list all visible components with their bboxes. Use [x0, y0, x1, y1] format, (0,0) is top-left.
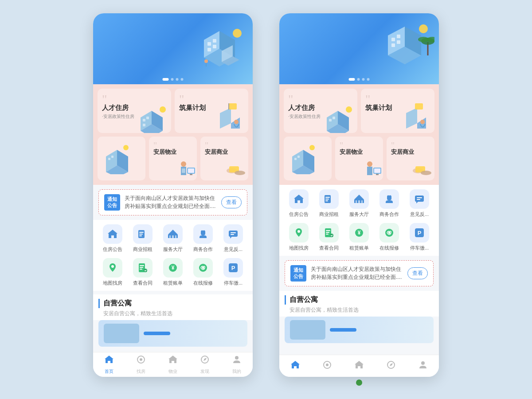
icon-online-repair-1[interactable]: 在线报修 — [189, 258, 217, 286]
map-find-label-2: 地图找房 — [289, 245, 309, 251]
nav-find-2[interactable] — [322, 360, 332, 372]
svg-rect-3 — [207, 42, 211, 46]
icon-housing-notice-2[interactable]: 住房公告 — [285, 189, 313, 218]
nav-home-1[interactable]: 首页 — [104, 355, 114, 375]
phone2-wrapper: " 人才住房 ·安居政策性住房 " 筑巢计划 — [279, 13, 439, 386]
svg-point-23 — [234, 120, 239, 124]
view-contract-icon-2 — [319, 223, 339, 243]
svg-rect-97 — [374, 168, 380, 173]
nest-plan-card-2[interactable]: " 筑巢计划 — [361, 89, 434, 133]
view-contract-icon-1 — [133, 258, 153, 278]
icon-rent-bill-1[interactable]: ¥ 租赁账单 — [159, 258, 187, 286]
nav-discover-1[interactable]: 发现 — [200, 355, 210, 375]
notice-view-btn-2[interactable]: 查看 — [407, 267, 428, 279]
anjv-commerce-card-1[interactable]: " 安居商业 — [200, 137, 248, 180]
nav-mine-label-1: 我的 — [232, 368, 241, 375]
banner-illustration-1 — [191, 18, 248, 75]
nav-find-1[interactable]: 找房 — [136, 355, 146, 375]
talent-housing-card-2[interactable]: " 人才住房 ·安居政策性住房 — [284, 89, 357, 133]
icon-map-find-2[interactable]: 地图找房 — [285, 223, 313, 251]
icon-service-hall-1[interactable]: 服务大厅 — [159, 224, 187, 253]
svg-point-74 — [419, 24, 428, 33]
icon-business-coop-2[interactable]: 商务合作 — [375, 189, 403, 218]
icon-feedback-2[interactable]: 意见反... — [405, 189, 434, 218]
icon-business-coop-1[interactable]: 商务合作 — [189, 224, 217, 253]
online-repair-icon-1 — [193, 258, 213, 278]
building-image-card-1[interactable] — [98, 137, 145, 180]
icon-view-contract-1[interactable]: 查看合同 — [129, 258, 157, 286]
svg-rect-41 — [139, 235, 142, 236]
svg-rect-93 — [297, 156, 300, 158]
icon-online-repair-2[interactable]: 在线报修 — [375, 223, 403, 251]
apt-thumbnail-1 — [104, 324, 139, 343]
svg-rect-103 — [325, 197, 330, 198]
scroll-content-1[interactable]: " 人才住房 ·安居政策性住房 " 筑巢计划 — [93, 84, 253, 352]
nav-discover-2[interactable] — [386, 360, 396, 372]
apartment-card-placeholder-2[interactable] — [285, 317, 434, 343]
svg-rect-27 — [108, 158, 110, 160]
apartment-card-placeholder-1[interactable] — [98, 320, 247, 347]
icon-commerce-rent-2[interactable]: 商业招租 — [315, 189, 343, 218]
svg-rect-6 — [213, 45, 216, 48]
nest-plan-card-1[interactable]: " 筑巢计划 — [175, 89, 248, 133]
svg-point-95 — [367, 161, 372, 167]
section-title-2: 自营公寓 — [285, 295, 434, 305]
indicator-dot-2 — [356, 379, 362, 386]
svg-point-101 — [421, 171, 431, 175]
icon-view-contract-2[interactable]: 查看合同 — [315, 223, 343, 251]
anjv-property-card-1[interactable]: " 安居物业 — [149, 137, 197, 180]
banner-illustration-2 — [377, 18, 434, 75]
nav-property-2[interactable] — [354, 360, 364, 372]
property-illust-1 — [174, 160, 196, 180]
icon-rent-bill-2[interactable]: ¥ 租赁账单 — [345, 223, 373, 251]
svg-rect-72 — [391, 43, 395, 47]
icon-parking-1[interactable]: P 停车缴... — [219, 258, 247, 286]
svg-point-51 — [111, 265, 114, 268]
nav-property-1[interactable]: 物业 — [168, 355, 178, 375]
notice-view-btn-1[interactable]: 查看 — [221, 196, 242, 208]
svg-rect-55 — [140, 269, 142, 270]
scroll-content-2[interactable]: " 人才住房 ·安居政策性住房 " 筑巢计划 — [279, 84, 439, 355]
rent-bill-icon-1: ¥ — [163, 258, 183, 278]
parking-icon-2: P — [410, 223, 429, 243]
svg-rect-39 — [139, 232, 144, 233]
section-title-wrap-1: 自营公寓 安居自营公寓，精致生活首选 — [93, 294, 253, 320]
view-contract-label-1: 查看合同 — [133, 280, 153, 286]
feedback-icon-2 — [410, 189, 429, 209]
anjv-commerce-card-2[interactable]: " 安居商业 — [387, 137, 434, 180]
svg-rect-33 — [188, 168, 194, 173]
svg-marker-85 — [406, 108, 417, 129]
svg-rect-109 — [358, 200, 360, 203]
anjv-property-card-2[interactable]: " 安居物业 — [335, 137, 383, 180]
icon-commerce-rent-1[interactable]: 商业招租 — [129, 224, 157, 253]
business-coop-label-1: 商务合作 — [193, 246, 213, 253]
icon-service-hall-2[interactable]: 服务大厅 — [345, 189, 373, 218]
svg-point-124 — [388, 232, 391, 234]
svg-rect-114 — [417, 199, 420, 200]
notice-bar-2: 通知 公告 关于面向南山区人才安居政策与加快住房补贴落实到重点企业规划已经全面.… — [285, 260, 434, 286]
svg-rect-46 — [175, 235, 176, 238]
svg-rect-87 — [415, 103, 423, 110]
talent-housing-card-1[interactable]: " 人才住房 ·安居政策性住房 — [98, 89, 171, 133]
icon-grid-1: 住房公告 商业招租 — [93, 220, 253, 291]
nav-mine-1[interactable]: 我的 — [232, 355, 242, 375]
icon-feedback-1[interactable]: 意见反... — [219, 224, 247, 253]
svg-rect-15 — [143, 119, 145, 121]
dot2-1 — [349, 78, 355, 81]
commerce-rent-label-2: 商业招租 — [319, 211, 339, 218]
commerce-illust-2 — [409, 157, 434, 180]
building-image-card-2[interactable] — [284, 137, 332, 180]
talent-illust-1 — [138, 104, 169, 133]
feedback-label-1: 意见反... — [224, 246, 243, 253]
svg-marker-48 — [230, 237, 232, 239]
svg-rect-113 — [417, 197, 422, 198]
icon-housing-notice-1[interactable]: 住房公告 — [98, 224, 127, 253]
icon-map-find-1[interactable]: 地图找房 — [98, 258, 127, 286]
icon-parking-2[interactable]: P 停车缴... — [405, 223, 434, 251]
nav-mine-2[interactable] — [418, 360, 428, 372]
bottom-cards-row-1: " 安居物业 " 安居商业 — [98, 137, 248, 180]
nav-home-2[interactable] — [290, 360, 300, 372]
home-icon-1 — [104, 355, 114, 367]
svg-marker-112 — [416, 202, 418, 203]
dot-2 — [171, 78, 174, 81]
